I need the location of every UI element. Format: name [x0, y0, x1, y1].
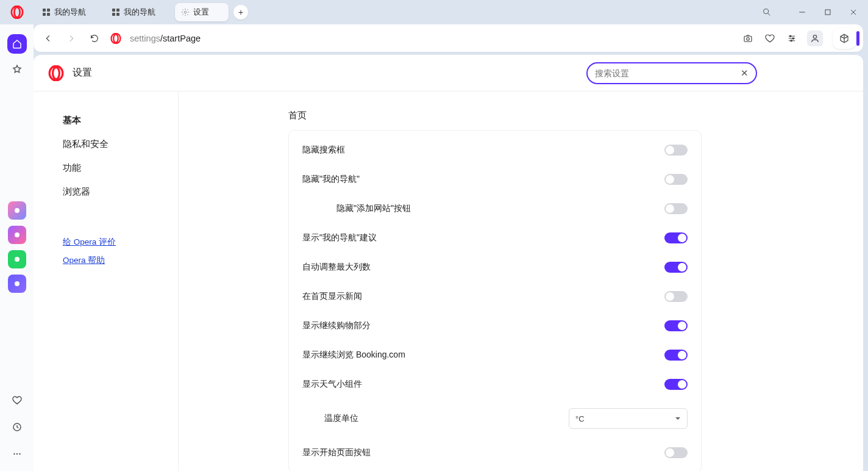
setting-row[interactable]: 隐藏"添加网站"按钮 — [289, 194, 701, 223]
nav-item[interactable]: 基本 — [63, 109, 178, 132]
setting-row[interactable]: 显示"我的导航"建议 — [289, 223, 701, 253]
setting-label: 在首页显示新闻 — [302, 291, 664, 302]
history-button[interactable] — [7, 417, 27, 437]
sidebar-app-aria[interactable] — [8, 201, 26, 220]
sidebar-bottom — [7, 390, 27, 464]
toggle[interactable] — [664, 262, 688, 273]
toggle[interactable] — [664, 232, 688, 243]
more-button[interactable] — [7, 444, 27, 464]
forward-button[interactable] — [64, 31, 79, 46]
svg-point-20 — [813, 35, 816, 38]
grid-icon — [42, 8, 51, 16]
toggle[interactable] — [664, 350, 688, 361]
toolbar: settings/startPage — [34, 24, 863, 52]
settings-main: 首页 隐藏搜索框隐藏"我的导航"隐藏"添加网站"按钮显示"我的导航"建议自动调整… — [179, 92, 863, 471]
nav-item[interactable]: 隐私和安全 — [63, 132, 178, 156]
sidebar-indicator — [856, 31, 859, 46]
back-button[interactable] — [41, 31, 55, 46]
toggle[interactable] — [664, 174, 688, 185]
snapshot-button[interactable] — [741, 32, 755, 45]
setting-label: 隐藏"我的导航" — [302, 174, 664, 185]
home-button[interactable] — [7, 34, 27, 54]
nav-link[interactable]: Opera 帮助 — [63, 251, 178, 270]
setting-row[interactable]: 在首页显示新闻 — [289, 282, 701, 311]
svg-point-2 — [184, 11, 187, 13]
setting-row[interactable]: 显示继续购物部分 — [289, 311, 701, 340]
svg-rect-15 — [744, 36, 752, 41]
settings-header: 设置 ✕ — [34, 55, 863, 92]
extensions-button[interactable] — [833, 28, 856, 49]
maximize-button[interactable] — [817, 2, 839, 22]
setting-label: 自动调整最大列数 — [302, 262, 664, 273]
left-sidebar — [0, 24, 34, 471]
tab-settings[interactable]: 设置 — [175, 3, 229, 21]
setting-row[interactable]: 显示天气小组件 — [289, 370, 701, 399]
nav-item[interactable]: 功能 — [63, 156, 178, 180]
nav-item[interactable]: 浏览器 — [63, 180, 178, 204]
titlebar: 我的导航 我的导航 设置 + — [0, 0, 868, 24]
tab-speeddial-1[interactable]: 我的导航 — [36, 3, 105, 21]
search-settings-input[interactable] — [595, 68, 741, 78]
new-tab-button[interactable]: + — [233, 5, 248, 20]
search-tabs-button[interactable] — [756, 2, 778, 22]
opera-icon — [48, 65, 64, 81]
easy-setup-button[interactable] — [785, 32, 799, 45]
settings-card: 隐藏搜索框隐藏"我的导航"隐藏"添加网站"按钮显示"我的导航"建议自动调整最大列… — [288, 130, 702, 471]
sidebar-app-app4[interactable] — [8, 275, 26, 293]
reload-button[interactable] — [87, 31, 102, 46]
svg-point-19 — [791, 40, 792, 41]
profile-button[interactable] — [807, 31, 823, 46]
svg-point-6 — [15, 232, 20, 237]
svg-rect-4 — [825, 10, 830, 15]
svg-point-22 — [53, 67, 60, 79]
toggle[interactable] — [664, 447, 688, 458]
svg-point-18 — [792, 37, 794, 38]
svg-point-12 — [19, 453, 20, 455]
toggle[interactable] — [664, 379, 688, 390]
clear-search-icon[interactable]: ✕ — [741, 68, 749, 79]
settings-title: 设置 — [73, 67, 92, 79]
url-bar[interactable]: settings/startPage — [130, 34, 201, 43]
grid-icon — [112, 8, 120, 16]
tab-speeddial-2[interactable]: 我的导航 — [105, 3, 175, 21]
svg-point-5 — [15, 208, 20, 213]
svg-point-8 — [15, 281, 20, 286]
settings-nav: 基本隐私和安全功能浏览器 给 Opera 评价Opera 帮助 — [34, 92, 179, 471]
sidebar-app-whatsapp[interactable] — [8, 250, 26, 268]
gear-icon — [181, 8, 190, 16]
setting-row[interactable]: 自动调整最大列数 — [289, 253, 701, 282]
toggle[interactable] — [664, 203, 688, 214]
tabs-row: 我的导航 我的导航 设置 + — [34, 3, 756, 21]
tab-label: 设置 — [193, 7, 209, 18]
toggle[interactable] — [664, 145, 688, 156]
temperature-select[interactable]: °C — [569, 408, 688, 429]
search-settings[interactable]: ✕ — [586, 62, 757, 84]
bookmark-button[interactable] — [763, 32, 777, 45]
setting-label: 显示天气小组件 — [302, 379, 664, 390]
svg-point-3 — [764, 9, 769, 14]
toggle[interactable] — [664, 320, 688, 331]
setting-label: 显示"我的导航"建议 — [302, 232, 664, 243]
section-title: 首页 — [288, 110, 839, 121]
setting-row[interactable]: 隐藏"我的导航" — [289, 165, 701, 194]
svg-point-14 — [113, 34, 118, 43]
heart-button[interactable] — [7, 390, 27, 410]
svg-point-16 — [747, 37, 750, 40]
svg-point-10 — [13, 453, 15, 455]
svg-point-17 — [790, 35, 791, 37]
toggle[interactable] — [664, 291, 688, 302]
setting-label: 显示继续浏览 Booking.com — [302, 350, 664, 361]
pinboards-button[interactable] — [7, 60, 27, 79]
nav-link[interactable]: 给 Opera 评价 — [63, 233, 178, 251]
setting-row[interactable]: 显示继续浏览 Booking.com — [289, 340, 701, 370]
opera-logo[interactable] — [0, 5, 34, 19]
sidebar-app-messenger[interactable] — [8, 226, 26, 244]
setting-row[interactable]: 显示开始页面按钮 — [289, 438, 701, 467]
svg-point-1 — [14, 7, 20, 18]
close-button[interactable] — [842, 2, 864, 22]
tab-label: 我的导航 — [124, 7, 155, 18]
setting-row[interactable]: 温度单位°C — [289, 399, 701, 438]
svg-point-11 — [16, 453, 17, 455]
setting-row[interactable]: 隐藏搜索框 — [289, 135, 701, 165]
minimize-button[interactable] — [791, 2, 813, 22]
